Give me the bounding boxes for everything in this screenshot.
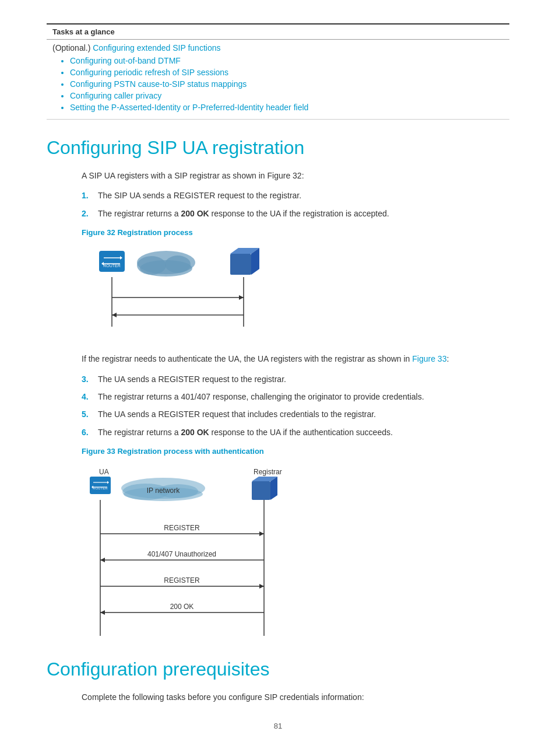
svg-text:REGISTER: REGISTER: [164, 524, 200, 532]
figure33-link[interactable]: Figure 33: [412, 354, 446, 363]
bullet-link-3[interactable]: Configuring caller privacy: [70, 91, 161, 100]
section2-content: Complete the following tasks before you …: [82, 691, 498, 704]
figure-33-svg: UA Registrar ROUTER IP network: [82, 464, 303, 645]
bullet-link-1[interactable]: Configuring periodic refresh of SIP sess…: [70, 68, 228, 77]
list-item: Configuring caller privacy: [70, 91, 504, 100]
svg-text:ROUTER: ROUTER: [103, 264, 121, 268]
step-6-after: response to the UA if the authentication…: [209, 428, 393, 437]
step-1: 1. The SIP UA sends a REGISTER request t…: [82, 189, 498, 202]
list-item: Configuring periodic refresh of SIP sess…: [70, 68, 504, 77]
step-2-before: The registrar returns a: [98, 209, 181, 218]
figure33-title: Figure 33 Registration process with auth…: [82, 447, 498, 456]
step-2: 2. The registrar returns a 200 OK respon…: [82, 207, 498, 220]
step-2-bold: 200 OK: [181, 209, 209, 218]
bullet-link-0[interactable]: Configuring out-of-band DTMF: [70, 56, 181, 65]
svg-marker-16: [239, 295, 244, 300]
svg-marker-41: [100, 558, 105, 562]
svg-text:Registrar: Registrar: [254, 468, 282, 476]
step-5-text: The UA sends a REGISTER request that inc…: [98, 408, 376, 421]
svg-rect-21: [90, 477, 111, 494]
step-2-text: The registrar returns a 200 OK response …: [98, 207, 389, 220]
step-6-num: 6.: [82, 426, 93, 439]
tasks-at-a-glance-table: Tasks at a glance (Optional.) Configurin…: [47, 23, 509, 120]
optional-link[interactable]: Configuring extended SIP functions: [93, 43, 220, 52]
svg-text:200 OK: 200 OK: [170, 603, 194, 611]
steps-before-auth: 1. The SIP UA sends a REGISTER request t…: [82, 189, 498, 220]
step-6: 6. The registrar returns a 200 OK respon…: [82, 426, 498, 439]
section1-intro: A SIP UA registers with a SIP registrar …: [82, 169, 498, 182]
svg-marker-47: [100, 610, 105, 615]
svg-marker-38: [259, 531, 264, 536]
bullet-link-2[interactable]: Configuring PSTN cause-to-SIP status map…: [70, 79, 247, 89]
auth-intro-before: If the registrar needs to authenticate t…: [82, 354, 412, 363]
step-4: 4. The registrar returns a 401/407 respo…: [82, 390, 498, 403]
svg-point-9: [140, 260, 192, 276]
bullet-link-4[interactable]: Setting the P-Asserted-Identity or P-Pre…: [70, 103, 308, 112]
section2-title: Configuration prerequisites: [47, 659, 509, 680]
svg-rect-10: [230, 254, 251, 275]
section1-title: Configuring SIP UA registration: [47, 137, 509, 159]
auth-intro-after: :: [446, 354, 449, 363]
tasks-bullet-list: Configuring out-of-band DTMF Configuring…: [52, 56, 504, 112]
step-3: 3. The UA sends a REGISTER request to th…: [82, 373, 498, 386]
step-5-num: 5.: [82, 408, 93, 421]
figure-32-diagram: ROUTER: [82, 245, 498, 338]
figure-33-diagram: UA Registrar ROUTER IP network: [82, 464, 498, 645]
optional-label: (Optional.): [52, 43, 90, 52]
svg-text:401/407 Unauthorized: 401/407 Unauthorized: [147, 550, 216, 558]
list-item: Configuring PSTN cause-to-SIP status map…: [70, 79, 504, 89]
svg-text:UA: UA: [99, 468, 109, 476]
step-5: 5. The UA sends a REGISTER request that …: [82, 408, 498, 421]
auth-intro: If the registrar needs to authenticate t…: [82, 352, 498, 365]
step-6-bold: 200 OK: [181, 428, 209, 437]
steps-auth: 3. The UA sends a REGISTER request to th…: [82, 373, 498, 439]
step-4-num: 4.: [82, 390, 93, 403]
figure32-title: Figure 32 Registration process: [82, 228, 498, 237]
svg-text:IP network: IP network: [147, 487, 180, 495]
svg-rect-32: [252, 481, 270, 500]
page-number: 81: [47, 722, 509, 730]
step-6-text: The registrar returns a 200 OK response …: [98, 426, 393, 439]
step-1-num: 1.: [82, 189, 93, 202]
svg-marker-44: [259, 584, 264, 589]
section2-intro: Complete the following tasks before you …: [82, 691, 498, 704]
svg-marker-18: [112, 313, 117, 317]
section1-content: A SIP UA registers with a SIP registrar …: [82, 169, 498, 645]
list-item: Setting the P-Asserted-Identity or P-Pre…: [70, 103, 504, 112]
step-2-num: 2.: [82, 207, 93, 220]
step-3-num: 3.: [82, 373, 93, 386]
svg-text:REGISTER: REGISTER: [164, 576, 200, 584]
step-1-text: The SIP UA sends a REGISTER request to t…: [98, 189, 301, 202]
tasks-header: Tasks at a glance: [47, 24, 509, 40]
step-2-after: response to the UA if the registration i…: [209, 209, 389, 218]
step-6-before: The registrar returns a: [98, 428, 181, 437]
tasks-content: (Optional.) Configuring extended SIP fun…: [47, 40, 509, 120]
figure-32-svg: ROUTER: [82, 245, 268, 338]
step-4-text: The registrar returns a 401/407 response…: [98, 390, 424, 403]
section1-intro-text: A SIP UA registers with a SIP registrar …: [82, 171, 304, 180]
list-item: Configuring out-of-band DTMF: [70, 56, 504, 65]
svg-rect-0: [99, 251, 125, 272]
step-3-text: The UA sends a REGISTER request to the r…: [98, 373, 286, 386]
